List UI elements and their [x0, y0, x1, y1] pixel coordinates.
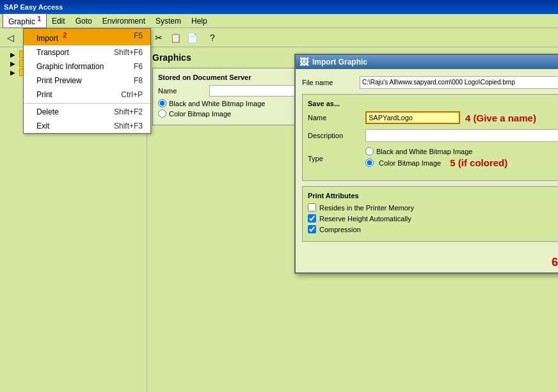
- save-desc-label: Description: [308, 132, 365, 139]
- menu-environment[interactable]: Environment: [97, 15, 150, 27]
- expand-icon: ▶: [10, 51, 15, 58]
- reserve-height-row: Reserve Height Automatically: [308, 214, 558, 223]
- menu-print[interactable]: Print Ctrl+P: [24, 88, 150, 102]
- cut-btn[interactable]: ✂: [151, 30, 166, 45]
- save-as-section: Save as... Name 4 (Give a name) Descript…: [302, 94, 558, 181]
- dialog-title-bar: 🖼 Import Graphic ✕: [296, 55, 558, 69]
- name-label: Name: [158, 87, 209, 95]
- print-attrs-section: Print Attributes Resides in the Printer …: [302, 186, 558, 242]
- help-btn[interactable]: ?: [205, 30, 220, 45]
- reserve-height-label: Reserve Height Automatically: [319, 215, 411, 223]
- paste-btn[interactable]: 📄: [184, 30, 200, 45]
- expand-icon-stored: ▶: [10, 69, 15, 76]
- menu-help[interactable]: Help: [186, 15, 212, 27]
- save-as-title: Save as...: [308, 100, 558, 107]
- menu-divider: [24, 103, 150, 104]
- menu-delete[interactable]: Delete Shift+F2: [24, 105, 150, 119]
- menu-import[interactable]: Import 2 F5: [24, 29, 150, 45]
- dialog-icon: 🖼: [299, 57, 308, 67]
- dialog-footer: 6 ✓ ℹ ✕: [296, 253, 558, 272]
- menu-graphic-info[interactable]: Graphic Information F6: [24, 59, 150, 74]
- save-desc-input[interactable]: [365, 129, 558, 142]
- copy-btn[interactable]: 📋: [168, 30, 183, 45]
- type-bw-label: Black and White Bitmap Image: [376, 148, 472, 155]
- import-dialog: 🖼 Import Graphic ✕ File name 3 Save as..…: [294, 54, 558, 274]
- menu-goto[interactable]: Goto: [70, 15, 97, 27]
- step1-label: 1: [37, 15, 41, 22]
- compression-label: Compression: [319, 226, 361, 233]
- printer-memory-label: Resides in the Printer Memory: [319, 204, 414, 212]
- title-bar: SAP Easy Access: [0, 0, 558, 14]
- dialog-title: Import Graphic: [312, 58, 367, 67]
- color-radio[interactable]: [158, 109, 166, 118]
- filename-input[interactable]: [360, 76, 558, 89]
- save-name-label: Name: [308, 114, 365, 122]
- color-label: Color Bitmap Image: [169, 110, 231, 118]
- dialog-overlay: 🖼 Import Graphic ✕ File name 3 Save as..…: [294, 54, 558, 274]
- expand-icon-j7l: ▶: [10, 60, 15, 67]
- back-btn[interactable]: ◁: [3, 30, 18, 45]
- menu-system[interactable]: System: [150, 15, 186, 27]
- printer-memory-row: Resides in the Printer Memory: [308, 203, 558, 212]
- step4-label: 4 (Give a name): [465, 113, 536, 123]
- title-text: SAP Easy Access: [4, 3, 63, 11]
- reserve-height-cb[interactable]: [308, 214, 316, 223]
- type-label: Type: [308, 155, 365, 162]
- type-color-label: Color Bitmap Image: [379, 159, 441, 167]
- step2-label: 2: [63, 31, 67, 39]
- step6-label: 6: [552, 256, 558, 270]
- menu-edit[interactable]: Edit: [47, 15, 70, 27]
- compression-cb[interactable]: [308, 225, 316, 233]
- bw-label: Black and White Bitmap Image: [169, 100, 265, 107]
- filename-row: File name 3: [302, 75, 558, 89]
- filename-label: File name: [302, 79, 360, 86]
- type-row: Type Black and White Bitmap Image Color …: [308, 147, 558, 170]
- type-color-radio[interactable]: [365, 159, 374, 167]
- compression-row: Compression: [308, 225, 558, 233]
- bw-radio[interactable]: [158, 99, 166, 107]
- dialog-content: File name 3 Save as... Name 4 (Give a na…: [296, 69, 558, 253]
- save-desc-row: Description: [308, 129, 558, 142]
- type-bw-radio[interactable]: [365, 147, 374, 155]
- step5-label: 5 (if colored): [450, 157, 507, 168]
- menu-graphic[interactable]: Graphic 1: [3, 13, 47, 28]
- printer-memory-cb[interactable]: [308, 203, 316, 212]
- save-name-row: Name 4 (Give a name): [308, 111, 558, 124]
- menu-bar: Graphic 1 Edit Goto Environment System H…: [0, 14, 558, 28]
- menu-transport[interactable]: Transport Shift+F6: [24, 45, 150, 59]
- graphic-dropdown: Import 2 F5 Transport Shift+F6 Graphic I…: [23, 28, 151, 134]
- menu-exit[interactable]: Exit Shift+F3: [24, 119, 150, 133]
- save-name-input[interactable]: [365, 111, 460, 124]
- menu-print-preview[interactable]: Print Preview F8: [24, 74, 150, 88]
- print-attrs-title: Print Attributes: [308, 192, 558, 200]
- content-panel: Graphics Stored on Document Server Name …: [147, 47, 558, 392]
